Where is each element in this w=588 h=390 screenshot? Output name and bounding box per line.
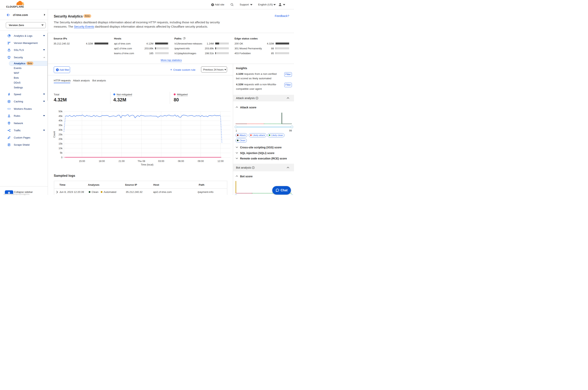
svg-text:09:00: 09:00: [198, 160, 204, 163]
svg-text:20k: 20k: [59, 138, 63, 141]
svg-text:5k: 5k: [60, 151, 63, 154]
svg-text:Thu 08: Thu 08: [138, 160, 145, 163]
svg-text:30k: 30k: [59, 129, 63, 131]
svg-text:45k: 45k: [59, 115, 63, 117]
svg-text:12:00: 12:00: [217, 160, 224, 163]
svg-text:Time (local): Time (local): [141, 163, 154, 166]
svg-text:25k: 25k: [59, 133, 63, 136]
svg-text:50k: 50k: [59, 110, 63, 113]
svg-text:06:00: 06:00: [178, 160, 184, 163]
svg-text:10k: 10k: [59, 147, 63, 150]
svg-text:03:00: 03:00: [158, 160, 164, 163]
svg-text:Count: Count: [53, 131, 56, 138]
svg-text:0: 0: [61, 156, 62, 159]
svg-text:18:00: 18:00: [99, 160, 105, 163]
svg-text:15k: 15k: [59, 142, 63, 145]
svg-text:35k: 35k: [59, 124, 63, 127]
svg-text:15:00: 15:00: [79, 160, 85, 163]
svg-text:40k: 40k: [59, 119, 63, 122]
svg-text:21:00: 21:00: [119, 160, 125, 163]
